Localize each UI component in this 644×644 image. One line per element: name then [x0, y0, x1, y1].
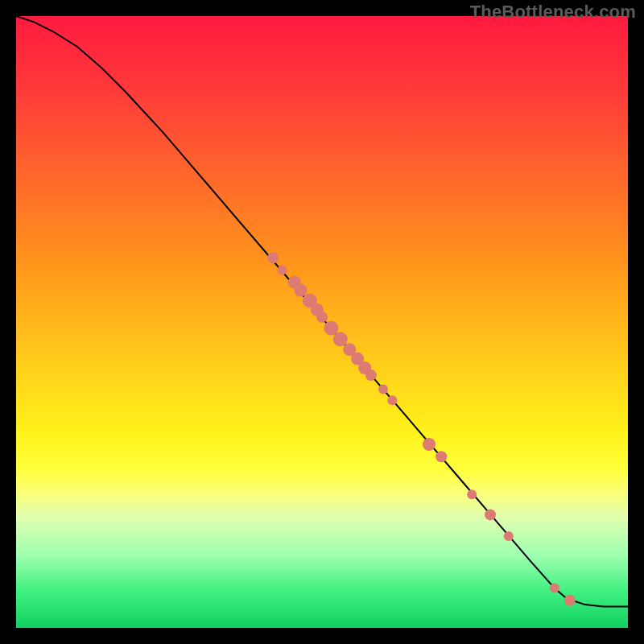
- data-points-group: [267, 252, 576, 606]
- data-point: [504, 531, 514, 541]
- data-point: [365, 369, 377, 381]
- chart-stage: TheBottleneck.com: [0, 0, 644, 644]
- data-point: [423, 438, 436, 451]
- data-point: [378, 385, 388, 394]
- data-point: [316, 312, 328, 323]
- data-point: [467, 489, 477, 499]
- data-point: [294, 283, 307, 296]
- data-point: [333, 332, 348, 346]
- data-point: [436, 451, 447, 462]
- data-point: [387, 395, 397, 405]
- data-point: [267, 252, 279, 263]
- data-point: [485, 509, 496, 520]
- chart-overlay: [16, 16, 628, 628]
- data-point: [550, 584, 559, 593]
- data-point: [278, 265, 287, 275]
- data-point: [564, 595, 576, 606]
